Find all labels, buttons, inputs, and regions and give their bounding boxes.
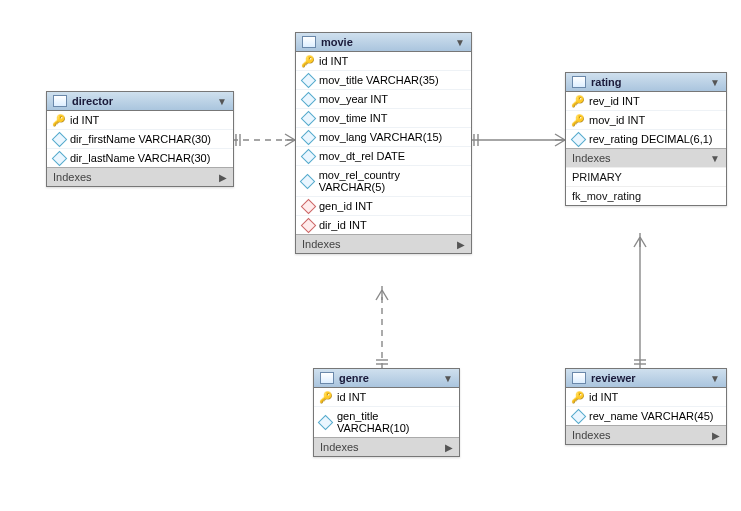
index-row: fk_mov_rating <box>566 186 726 205</box>
diamond-icon <box>320 416 332 428</box>
table-icon <box>320 372 334 384</box>
key-icon: 🔑 <box>53 114 65 126</box>
chevron-down-icon: ▼ <box>710 153 720 164</box>
diamond-icon <box>302 150 314 162</box>
key-icon: 🔑 <box>572 391 584 403</box>
indexes-section[interactable]: Indexes ▶ <box>296 234 471 253</box>
chevron-right-icon: ▶ <box>219 172 227 183</box>
indexes-section[interactable]: Indexes ▶ <box>566 425 726 444</box>
entity-header-rating[interactable]: rating ▼ <box>566 73 726 92</box>
column-row: rev_rating DECIMAL(6,1) <box>566 129 726 148</box>
entity-reviewer[interactable]: reviewer ▼ 🔑id INT rev_name VARCHAR(45) … <box>565 368 727 445</box>
table-icon <box>53 95 67 107</box>
column-row: 🔑id INT <box>296 52 471 70</box>
chevron-down-icon: ▼ <box>443 373 453 384</box>
diamond-icon <box>302 74 314 86</box>
entity-movie[interactable]: movie ▼ 🔑id INT mov_title VARCHAR(35) mo… <box>295 32 472 254</box>
key-icon: 🔑 <box>572 95 584 107</box>
column-row: mov_rel_country VARCHAR(5) <box>296 165 471 196</box>
diamond-icon <box>302 200 314 212</box>
indexes-section[interactable]: Indexes ▶ <box>314 437 459 456</box>
column-row: dir_id INT <box>296 215 471 234</box>
entity-title: genre <box>339 372 369 384</box>
diamond-icon <box>53 133 65 145</box>
chevron-down-icon: ▼ <box>455 37 465 48</box>
column-list: 🔑id INT mov_title VARCHAR(35) mov_year I… <box>296 52 471 234</box>
column-row: mov_lang VARCHAR(15) <box>296 127 471 146</box>
column-row: 🔑rev_id INT <box>566 92 726 110</box>
chevron-down-icon: ▼ <box>710 373 720 384</box>
key-icon: 🔑 <box>320 391 332 403</box>
column-row: gen_id INT <box>296 196 471 215</box>
table-icon <box>572 76 586 88</box>
column-row: mov_dt_rel DATE <box>296 146 471 165</box>
diamond-icon <box>572 133 584 145</box>
key-icon: 🔑 <box>572 114 584 126</box>
column-row: rev_name VARCHAR(45) <box>566 406 726 425</box>
column-row: 🔑id INT <box>566 388 726 406</box>
indexes-section[interactable]: Indexes ▼ <box>566 148 726 167</box>
column-row: 🔑id INT <box>314 388 459 406</box>
column-row: dir_firstName VARCHAR(30) <box>47 129 233 148</box>
entity-title: reviewer <box>591 372 636 384</box>
entity-title: rating <box>591 76 622 88</box>
indexes-section[interactable]: Indexes ▶ <box>47 167 233 186</box>
entity-title: director <box>72 95 113 107</box>
column-list: 🔑id INT gen_title VARCHAR(10) <box>314 388 459 437</box>
chevron-down-icon: ▼ <box>710 77 720 88</box>
column-row: mov_year INT <box>296 89 471 108</box>
column-row: dir_lastName VARCHAR(30) <box>47 148 233 167</box>
entity-director[interactable]: director ▼ 🔑id INT dir_firstName VARCHAR… <box>46 91 234 187</box>
chevron-right-icon: ▶ <box>712 430 720 441</box>
diamond-icon <box>572 410 584 422</box>
entity-header-director[interactable]: director ▼ <box>47 92 233 111</box>
column-row: mov_title VARCHAR(35) <box>296 70 471 89</box>
diamond-icon <box>302 93 314 105</box>
column-list: 🔑id INT dir_firstName VARCHAR(30) dir_la… <box>47 111 233 167</box>
chevron-down-icon: ▼ <box>217 96 227 107</box>
diamond-icon <box>302 219 314 231</box>
table-icon <box>302 36 316 48</box>
diamond-icon <box>53 152 65 164</box>
entity-title: movie <box>321 36 353 48</box>
chevron-right-icon: ▶ <box>457 239 465 250</box>
diamond-icon <box>302 175 314 187</box>
index-row: PRIMARY <box>566 167 726 186</box>
entity-rating[interactable]: rating ▼ 🔑rev_id INT 🔑mov_id INT rev_rat… <box>565 72 727 206</box>
column-row: 🔑mov_id INT <box>566 110 726 129</box>
chevron-right-icon: ▶ <box>445 442 453 453</box>
column-list: 🔑rev_id INT 🔑mov_id INT rev_rating DECIM… <box>566 92 726 148</box>
column-row: 🔑id INT <box>47 111 233 129</box>
table-icon <box>572 372 586 384</box>
diamond-icon <box>302 112 314 124</box>
entity-header-reviewer[interactable]: reviewer ▼ <box>566 369 726 388</box>
column-row: gen_title VARCHAR(10) <box>314 406 459 437</box>
entity-header-movie[interactable]: movie ▼ <box>296 33 471 52</box>
column-list: 🔑id INT rev_name VARCHAR(45) <box>566 388 726 425</box>
diamond-icon <box>302 131 314 143</box>
entity-genre[interactable]: genre ▼ 🔑id INT gen_title VARCHAR(10) In… <box>313 368 460 457</box>
column-row: mov_time INT <box>296 108 471 127</box>
key-icon: 🔑 <box>302 55 314 67</box>
entity-header-genre[interactable]: genre ▼ <box>314 369 459 388</box>
